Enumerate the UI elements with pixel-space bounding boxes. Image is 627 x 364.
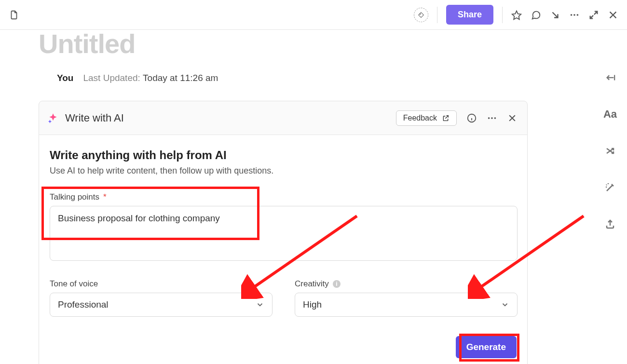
svg-marker-1 — [512, 11, 521, 19]
separator — [437, 7, 437, 23]
doc-title[interactable]: Untitled — [39, 28, 627, 59]
last-updated-label: Last Updated: — [83, 73, 140, 83]
chevron-down-icon — [501, 300, 509, 309]
talking-points-label: Talking points * — [50, 192, 517, 202]
star-icon[interactable] — [511, 10, 522, 20]
creativity-label: Creativity i — [295, 279, 518, 289]
top-toolbar: Share — [0, 0, 627, 30]
svg-point-0 — [420, 13, 421, 14]
last-updated-value: Today at 11:26 am — [143, 73, 218, 83]
tone-label: Tone of voice — [50, 279, 273, 289]
upload-icon[interactable] — [604, 218, 616, 230]
creativity-select[interactable]: High — [295, 293, 518, 317]
svg-point-2 — [571, 14, 572, 16]
comment-icon[interactable] — [531, 10, 541, 20]
panel-close-icon[interactable] — [507, 113, 518, 123]
collapse-right-icon[interactable] — [604, 71, 616, 84]
info-icon[interactable] — [466, 113, 477, 123]
tone-select[interactable]: Professional — [50, 293, 273, 317]
ai-panel: Write with AI Feedback — [39, 101, 528, 364]
tone-value: Professional — [58, 299, 109, 310]
ai-subheading: Use AI to help write content, then follo… — [50, 166, 517, 176]
svg-point-7 — [491, 117, 493, 119]
svg-point-6 — [488, 117, 490, 119]
author-label: You — [57, 73, 73, 83]
page-icon[interactable] — [9, 10, 19, 20]
chevron-down-icon — [256, 300, 264, 309]
panel-more-icon[interactable] — [487, 113, 497, 123]
ai-heading: Write anything with help from AI — [50, 148, 517, 162]
typography-icon[interactable]: Aa — [604, 108, 616, 121]
ai-panel-title: Write with AI — [65, 112, 124, 124]
expand-icon[interactable] — [588, 10, 599, 20]
more-icon[interactable] — [569, 10, 580, 20]
tag-icon[interactable] — [414, 8, 428, 22]
svg-point-4 — [577, 14, 579, 16]
shuffle-icon[interactable] — [604, 145, 616, 157]
share-button[interactable]: Share — [446, 5, 493, 25]
svg-point-3 — [573, 14, 575, 16]
generate-button[interactable]: Generate — [456, 336, 517, 358]
creativity-info-icon[interactable]: i — [333, 280, 341, 288]
feedback-label: Feedback — [403, 114, 437, 122]
separator — [502, 7, 503, 23]
doc-meta: You Last Updated: Today at 11:26 am — [57, 73, 627, 83]
close-icon[interactable] — [608, 10, 618, 20]
creativity-value: High — [303, 299, 322, 310]
magic-wand-icon[interactable] — [604, 181, 616, 194]
svg-point-8 — [494, 117, 496, 119]
download-icon[interactable] — [550, 10, 560, 20]
sparkle-icon — [47, 112, 58, 124]
feedback-button[interactable]: Feedback — [396, 110, 457, 126]
talking-points-input[interactable] — [50, 206, 518, 261]
